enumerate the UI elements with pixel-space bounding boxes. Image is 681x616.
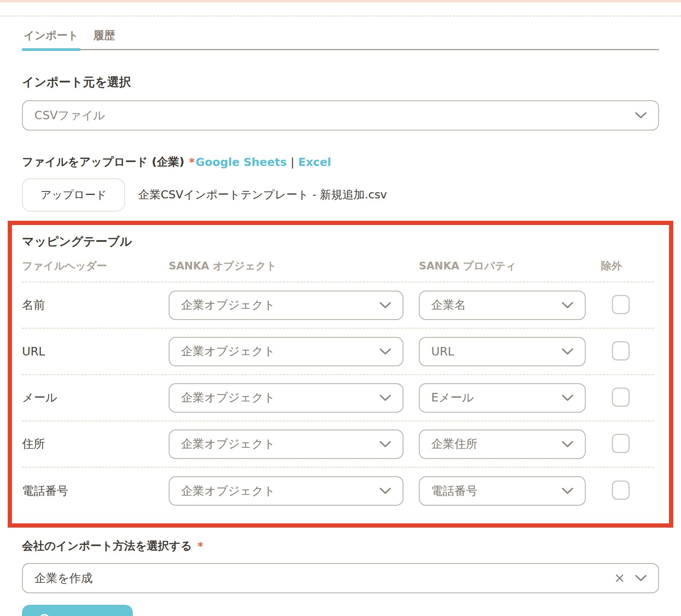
sanka-object-value: 企業オブジェクト [181,436,379,452]
sanka-object-value: 企業オブジェクト [181,297,379,313]
chevron-down-icon [379,487,391,494]
file-header-label: 電話番号 [22,483,169,499]
chevron-down-icon [562,302,573,309]
top-dashed-divider [0,15,681,17]
sanka-object-value: 企業オブジェクト [181,483,379,499]
google-sheets-link[interactable]: Google Sheets [196,156,287,169]
file-header-label: メール [22,390,169,406]
main-content: インポート 履歴 インポート元を選択 CSVファイル ファイルをアップロード (… [0,28,681,616]
mapping-row: 電話番号企業オブジェクト電話番号 [22,468,654,514]
uploaded-filename: 企業CSVインポートテンプレート - 新規追加.csv [138,187,387,203]
sanka-property-select[interactable]: URL [419,337,586,366]
import-source-value: CSVファイル [34,108,635,124]
sanka-property-value: Eメール [431,390,562,406]
import-method-select[interactable]: 企業を作成 [22,563,659,593]
exclude-checkbox[interactable] [612,434,630,453]
mapping-row: 住所企業オブジェクト企業住所 [22,421,654,468]
file-header-label: URL [22,345,169,358]
exclude-checkbox[interactable] [612,341,630,360]
csv-import-page: インポート 履歴 インポート元を選択 CSVファイル ファイルをアップロード (… [0,0,681,616]
mapping-table-highlight-box: マッピングテーブル ファイルヘッダー SANKA オブジェクト SANKA プロ… [8,221,673,528]
sanka-property-select[interactable]: Eメール [419,383,586,413]
mapping-row: メール企業オブジェクトEメール [22,375,654,421]
cloud-upload-icon [38,613,54,616]
clear-selection-icon[interactable] [614,573,625,584]
sanka-property-select[interactable]: 企業住所 [419,430,586,459]
mapping-rows: 名前企業オブジェクト企業名URL企業オブジェクトURLメール企業オブジェクトEメ… [22,283,654,514]
tab-import[interactable]: インポート [22,28,80,49]
exclude-checkbox[interactable] [612,481,630,500]
top-accent-strip [0,0,681,2]
mapping-table-title: マッピングテーブル [22,234,654,250]
import-button-label: インポート [61,614,117,616]
chevron-down-icon [562,348,573,355]
excel-link[interactable]: Excel [298,156,331,169]
import-method-label: 会社のインポート方法を選択する [22,538,192,554]
required-asterisk: * [189,156,195,169]
import-method-value: 企業を作成 [34,570,614,586]
chevron-down-icon [379,348,391,355]
sanka-property-value: 電話番号 [431,483,562,499]
import-source-title: インポート元を選択 [22,74,659,90]
sanka-object-select[interactable]: 企業オブジェクト [169,383,403,413]
chevron-down-icon [635,575,647,582]
sanka-object-select[interactable]: 企業オブジェクト [169,291,403,320]
sanka-property-select[interactable]: 企業名 [419,291,586,320]
column-exclude: 除外 [601,259,654,273]
exclude-checkbox[interactable] [612,295,630,314]
column-sanka-property: SANKA プロパティ [419,259,601,273]
column-sanka-object: SANKA オブジェクト [169,259,419,273]
mapping-row: URL企業オブジェクトURL [22,329,654,375]
sanka-object-value: 企業オブジェクト [181,344,379,359]
sanka-object-select[interactable]: 企業オブジェクト [169,430,403,459]
chevron-down-icon [379,394,391,401]
mapping-table-header: ファイルヘッダー SANKA オブジェクト SANKA プロパティ 除外 [22,253,654,283]
sanka-object-select[interactable]: 企業オブジェクト [169,337,403,366]
sanka-object-value: 企業オブジェクト [181,390,379,406]
import-method-label-row: 会社のインポート方法を選択する * [22,538,659,554]
upload-row: アップロード 企業CSVインポートテンプレート - 新規追加.csv [22,178,659,212]
upload-label-row: ファイルをアップロード (企業) * Google Sheets | Excel [22,154,659,170]
sanka-property-value: URL [431,345,562,358]
import-button[interactable]: インポート [22,605,133,616]
chevron-down-icon [562,441,573,448]
import-source-select[interactable]: CSVファイル [22,100,659,130]
file-header-label: 住所 [22,436,169,452]
chevron-down-icon [635,112,647,119]
file-header-label: 名前 [22,297,169,313]
column-file-header: ファイルヘッダー [22,259,169,273]
upload-button[interactable]: アップロード [22,178,125,212]
sanka-object-select[interactable]: 企業オブジェクト [169,476,403,506]
sanka-property-value: 企業住所 [431,436,562,452]
tab-bar: インポート 履歴 [22,28,659,50]
upload-label: ファイルをアップロード (企業) [22,154,184,170]
chevron-down-icon [379,441,391,448]
chevron-down-icon [562,487,573,494]
mapping-row: 名前企業オブジェクト企業名 [22,283,654,329]
chevron-down-icon [562,394,573,401]
select-right-icons [614,573,647,584]
chevron-down-icon [379,302,391,309]
sanka-property-select[interactable]: 電話番号 [419,476,586,506]
required-asterisk: * [197,540,203,553]
exclude-checkbox[interactable] [612,388,630,407]
link-separator: | [291,156,295,169]
tab-history[interactable]: 履歴 [92,28,117,49]
sanka-property-value: 企業名 [431,297,562,313]
